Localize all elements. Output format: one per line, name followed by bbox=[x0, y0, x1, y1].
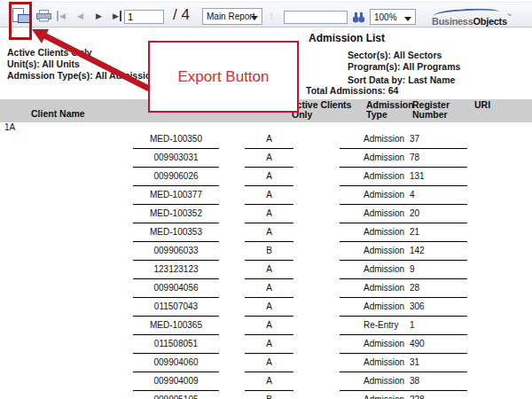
admission-cell-group: Admission 28 bbox=[340, 278, 467, 293]
page-number-input[interactable] bbox=[124, 10, 164, 24]
active-clients-cell: A bbox=[245, 278, 293, 293]
admission-type-cell: Admission bbox=[364, 227, 404, 237]
column-header-client-name: Client Name bbox=[31, 109, 85, 119]
client-id-cell: MED-100365 bbox=[133, 316, 219, 330]
register-number-cell: 28 bbox=[410, 283, 419, 293]
previous-page-button[interactable]: ◀ bbox=[77, 11, 83, 21]
active-clients-cell: A bbox=[245, 353, 293, 367]
chevron-down-icon bbox=[251, 16, 258, 20]
register-number-cell: 9 bbox=[410, 264, 415, 274]
client-id-cell: 011508051 bbox=[133, 334, 219, 348]
table-row: 009903031 A Admission 78 bbox=[0, 148, 532, 167]
admission-cell-group: Admission 20 bbox=[340, 204, 467, 218]
client-id-cell: 011507043 bbox=[133, 297, 219, 311]
filter-admission-types: Admission Type(s): All Admissions bbox=[7, 70, 162, 82]
next-page-button[interactable]: ▶ bbox=[96, 11, 102, 21]
active-clients-cell: A bbox=[245, 129, 293, 144]
table-row: 009905105 B Admission 228 bbox=[0, 390, 532, 399]
search-input[interactable] bbox=[284, 11, 348, 24]
search-binoculars-icon[interactable] bbox=[352, 11, 365, 27]
admission-type-cell: Admission bbox=[364, 246, 404, 255]
column-header-active-line2: Only bbox=[290, 110, 351, 120]
admission-type-cell: Admission bbox=[364, 283, 404, 293]
client-id-cell: MED-100377 bbox=[133, 185, 219, 200]
print-button[interactable] bbox=[36, 10, 51, 26]
drill-up-icon[interactable]: ↑ bbox=[269, 9, 275, 22]
column-header-active-clients: Active Clients Only bbox=[290, 100, 351, 120]
admission-cell-group: Admission 131 bbox=[340, 167, 467, 181]
admission-type-cell: Admission bbox=[364, 208, 404, 218]
admission-type-cell: Admission bbox=[364, 134, 404, 144]
table-row: 009906033 B Admission 142 bbox=[0, 241, 532, 260]
last-page-button[interactable]: ▶ bbox=[113, 11, 121, 21]
admission-cell-group: Admission 306 bbox=[340, 297, 467, 311]
zoom-level-dropdown[interactable]: 100% bbox=[370, 9, 416, 25]
first-page-button[interactable]: ◀ bbox=[57, 11, 66, 21]
report-viewer-window: ◀ ◀ ▶ ▶ / 4 Main Report ↑ 100% BusinessO… bbox=[0, 0, 532, 399]
filter-active-clients: Active Clients Only bbox=[7, 47, 162, 59]
table-row: MED-100353 A Admission 21 bbox=[0, 223, 532, 241]
register-number-cell: 37 bbox=[410, 134, 419, 144]
admission-type-cell: Admission bbox=[364, 339, 404, 348]
admission-cell-group: Admission 4 bbox=[340, 185, 467, 200]
active-clients-cell: A bbox=[245, 204, 293, 218]
viewer-toolbar: ◀ ◀ ▶ ▶ / 4 Main Report ↑ 100% BusinessO… bbox=[0, 2, 532, 27]
admission-type-cell: Admission bbox=[364, 153, 404, 162]
active-clients-cell: B bbox=[245, 390, 293, 399]
active-clients-cell: A bbox=[245, 223, 293, 237]
active-clients-cell: A bbox=[245, 334, 293, 348]
register-number-cell: 21 bbox=[410, 227, 419, 237]
report-title: Admission List bbox=[309, 32, 385, 44]
register-number-cell: 490 bbox=[410, 339, 425, 348]
client-id-cell: MED-100350 bbox=[133, 129, 219, 144]
admission-cell-group: Re-Entry 1 bbox=[340, 316, 467, 330]
active-clients-cell: A bbox=[245, 167, 293, 181]
table-row: 009904060 A Admission 31 bbox=[0, 353, 532, 372]
admission-cell-group: Admission 9 bbox=[340, 260, 467, 274]
filter-sectors: Sector(s): All Sectors bbox=[348, 50, 442, 60]
table-row: MED-100350 A Admission 37 bbox=[0, 129, 532, 148]
businessobjects-logo: BusinessObjects™ bbox=[432, 12, 512, 28]
table-row: MED-100352 A Admission 20 bbox=[0, 204, 532, 223]
register-number-cell: 38 bbox=[410, 376, 419, 386]
filter-sort: Sort Data by: Last Name bbox=[348, 74, 455, 85]
export-button-highlight-box bbox=[9, 2, 32, 40]
admission-type-cell: Admission bbox=[364, 264, 404, 274]
admission-type-cell: Admission bbox=[364, 301, 404, 311]
table-row: 009904056 A Admission 28 bbox=[0, 278, 532, 297]
report-selector-value: Main Report bbox=[207, 12, 254, 21]
logo-text-business: Business bbox=[432, 16, 473, 27]
table-row: MED-100365 A Re-Entry 1 bbox=[0, 316, 532, 334]
admission-cell-group: Admission 38 bbox=[340, 372, 467, 386]
filter-units: Unit(s): All Units bbox=[7, 59, 162, 70]
table-row: 011508051 A Admission 490 bbox=[0, 334, 532, 353]
admission-cell-group: Admission 490 bbox=[340, 334, 467, 348]
admission-type-cell: Admission bbox=[364, 190, 404, 200]
table-row: 009904009 A Admission 38 bbox=[0, 372, 532, 390]
active-clients-cell: B bbox=[245, 241, 293, 255]
register-number-cell: 228 bbox=[410, 395, 425, 399]
register-number-cell: 1 bbox=[410, 320, 415, 330]
admission-cell-group: Admission 78 bbox=[340, 148, 467, 162]
export-callout-box: Export Button bbox=[148, 41, 299, 113]
printer-icon bbox=[36, 10, 51, 22]
chevron-down-icon bbox=[404, 17, 411, 21]
client-id-cell: 009904056 bbox=[133, 278, 219, 293]
client-id-cell: 009906026 bbox=[133, 167, 219, 181]
active-clients-cell: A bbox=[245, 260, 293, 274]
client-id-cell: 009906033 bbox=[133, 241, 219, 255]
client-id-cell: 123123123 bbox=[133, 260, 219, 274]
admission-cell-group: Admission 21 bbox=[340, 223, 467, 237]
active-clients-cell: A bbox=[245, 148, 293, 162]
active-clients-cell: A bbox=[245, 372, 293, 386]
register-number-cell: 78 bbox=[410, 153, 419, 162]
register-number-cell: 4 bbox=[410, 190, 415, 200]
active-clients-cell: A bbox=[245, 316, 293, 330]
register-number-cell: 20 bbox=[410, 208, 419, 218]
report-selector-dropdown[interactable]: Main Report bbox=[202, 8, 262, 25]
admission-type-cell: Admission bbox=[364, 357, 404, 367]
admission-cell-group: Admission 228 bbox=[340, 390, 467, 399]
column-header-admission-type: Admission Type bbox=[366, 100, 414, 120]
column-header-type-line2: Type bbox=[366, 110, 414, 120]
client-id-cell: 009905105 bbox=[133, 390, 219, 399]
